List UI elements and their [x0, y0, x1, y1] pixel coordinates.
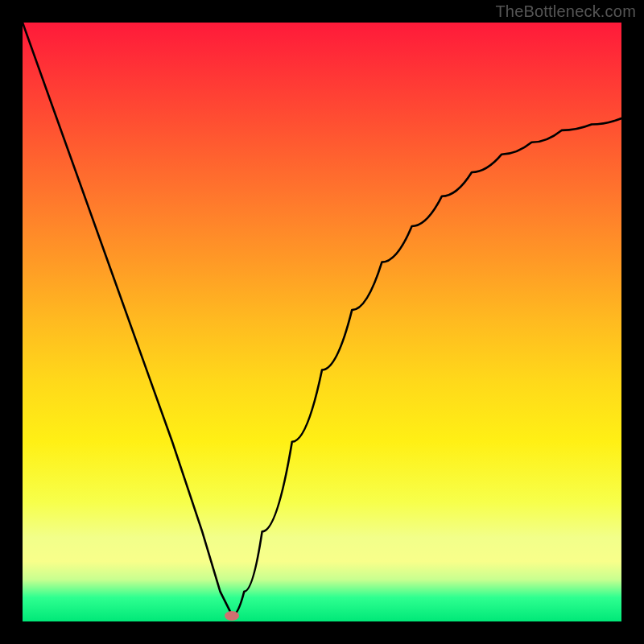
watermark-text: TheBottleneck.com [495, 2, 636, 21]
chart-frame: TheBottleneck.com [0, 0, 644, 644]
plot-area [23, 23, 621, 621]
optimum-marker [225, 611, 239, 621]
curve-svg [23, 23, 621, 621]
bottleneck-curve-path [23, 23, 621, 616]
